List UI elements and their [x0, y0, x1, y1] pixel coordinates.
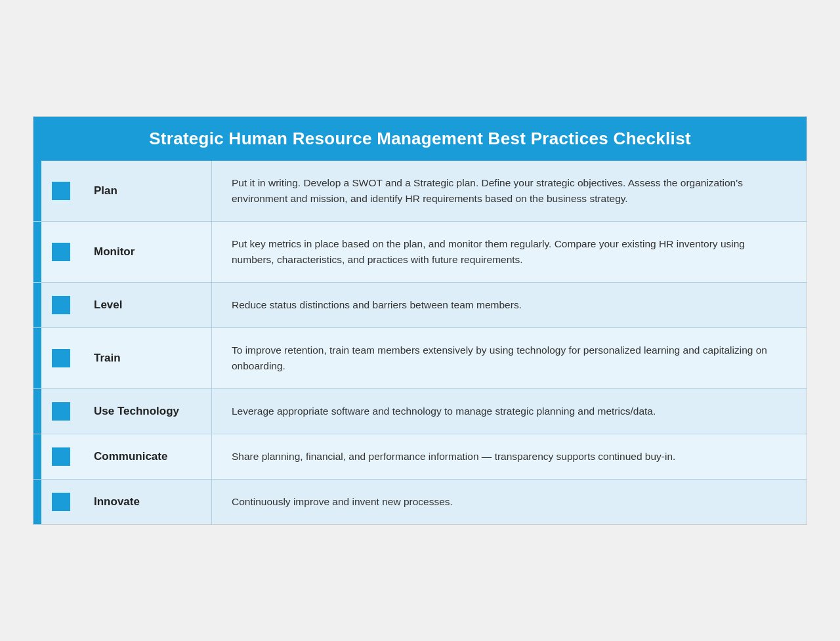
checklist-row-monitor: Monitor Put key metrics in place based o…: [33, 222, 807, 283]
left-bar-level: [33, 283, 41, 327]
checklist-header: Strategic Human Resource Management Best…: [33, 117, 807, 161]
page-title: Strategic Human Resource Management Best…: [53, 129, 787, 149]
checkbox-monitor[interactable]: [52, 243, 70, 261]
checkbox-cell-innovate[interactable]: [41, 480, 81, 524]
row-description-use-technology: Leverage appropriate software and techno…: [232, 403, 656, 419]
checklist-body: Plan Put it in writing. Develop a SWOT a…: [33, 161, 807, 524]
left-bar-monitor: [33, 222, 41, 282]
label-cell-monitor: Monitor: [81, 222, 212, 282]
checkbox-use-technology[interactable]: [52, 402, 70, 421]
row-label-level: Level: [94, 298, 122, 312]
row-description-monitor: Put key metrics in place based on the pl…: [232, 236, 787, 268]
left-bar-communicate: [33, 434, 41, 479]
checkbox-cell-plan[interactable]: [41, 161, 81, 221]
checkbox-innovate[interactable]: [52, 493, 70, 511]
checklist-container: Strategic Human Resource Management Best…: [33, 116, 807, 525]
description-cell-innovate: Continuously improve and invent new proc…: [212, 480, 807, 524]
row-description-level: Reduce status distinctions and barriers …: [232, 297, 522, 313]
checkbox-plan[interactable]: [52, 182, 70, 200]
checkbox-cell-use-technology[interactable]: [41, 389, 81, 434]
label-cell-plan: Plan: [81, 161, 212, 221]
checkbox-train[interactable]: [52, 349, 70, 367]
row-label-plan: Plan: [94, 184, 117, 198]
row-description-innovate: Continuously improve and invent new proc…: [232, 494, 453, 510]
label-cell-use-technology: Use Technology: [81, 389, 212, 434]
row-label-use-technology: Use Technology: [94, 404, 179, 419]
checkbox-cell-monitor[interactable]: [41, 222, 81, 282]
checklist-row-use-technology: Use Technology Leverage appropriate soft…: [33, 389, 807, 434]
row-label-innovate: Innovate: [94, 495, 140, 509]
row-description-train: To improve retention, train team members…: [232, 342, 787, 374]
row-description-communicate: Share planning, financial, and performan…: [232, 449, 675, 465]
checkbox-cell-communicate[interactable]: [41, 434, 81, 479]
label-cell-communicate: Communicate: [81, 434, 212, 479]
label-cell-innovate: Innovate: [81, 480, 212, 524]
checklist-row-plan: Plan Put it in writing. Develop a SWOT a…: [33, 161, 807, 222]
description-cell-use-technology: Leverage appropriate software and techno…: [212, 389, 807, 434]
description-cell-level: Reduce status distinctions and barriers …: [212, 283, 807, 327]
description-cell-plan: Put it in writing. Develop a SWOT and a …: [212, 161, 807, 221]
checkbox-cell-train[interactable]: [41, 328, 81, 388]
checklist-row-level: Level Reduce status distinctions and bar…: [33, 283, 807, 328]
left-bar-innovate: [33, 480, 41, 524]
checkbox-cell-level[interactable]: [41, 283, 81, 327]
description-cell-monitor: Put key metrics in place based on the pl…: [212, 222, 807, 282]
description-cell-communicate: Share planning, financial, and performan…: [212, 434, 807, 479]
description-cell-train: To improve retention, train team members…: [212, 328, 807, 388]
label-cell-train: Train: [81, 328, 212, 388]
row-label-train: Train: [94, 351, 121, 365]
row-label-communicate: Communicate: [94, 449, 167, 464]
row-label-monitor: Monitor: [94, 245, 135, 259]
left-bar-use-technology: [33, 389, 41, 434]
left-bar-train: [33, 328, 41, 388]
checklist-row-communicate: Communicate Share planning, financial, a…: [33, 434, 807, 480]
checklist-row-innovate: Innovate Continuously improve and invent…: [33, 480, 807, 524]
checkbox-level[interactable]: [52, 296, 70, 314]
left-bar-plan: [33, 161, 41, 221]
label-cell-level: Level: [81, 283, 212, 327]
checklist-row-train: Train To improve retention, train team m…: [33, 328, 807, 389]
row-description-plan: Put it in writing. Develop a SWOT and a …: [232, 175, 787, 207]
checkbox-communicate[interactable]: [52, 447, 70, 466]
